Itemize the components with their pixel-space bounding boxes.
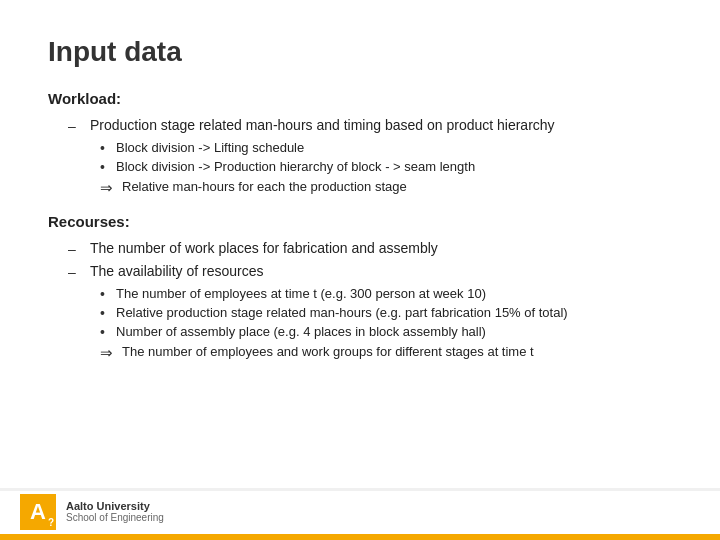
aalto-logo: A ? Aalto University School of Engineeri… [20, 494, 164, 530]
bullet-icon-r2: • [100, 305, 116, 321]
recourses-bullet-2: • Relative production stage related man-… [100, 305, 672, 321]
footer: A ? Aalto University School of Engineeri… [0, 488, 720, 540]
dash-icon-r1: – [68, 240, 90, 257]
aalto-text: Aalto University School of Engineering [66, 500, 164, 523]
arrow-icon-1: ⇒ [100, 179, 122, 197]
recourses-section: Recourses: – The number of work places f… [48, 213, 672, 362]
aalto-question-mark: ? [48, 517, 54, 528]
recourses-bullet-text-1: The number of employees at time t (e.g. … [116, 286, 486, 301]
aalto-university-name: Aalto University [66, 500, 164, 512]
logo-area: A ? Aalto University School of Engineeri… [0, 494, 164, 538]
bullet-icon-1: • [100, 140, 116, 156]
workload-dash-item: – Production stage related man-hours and… [68, 117, 672, 134]
footer-orange-bar [0, 534, 720, 540]
workload-bullet-2: • Block division -> Production hierarchy… [100, 159, 672, 175]
workload-label: Workload: [48, 90, 672, 107]
recourses-label: Recourses: [48, 213, 672, 230]
workload-arrow-item: ⇒ Relative man-hours for each the produc… [100, 179, 672, 197]
recourses-arrow-item: ⇒ The number of employees and work group… [100, 344, 672, 362]
recourses-dash-2: – The availability of resources [68, 263, 672, 280]
dash-icon-r2: – [68, 263, 90, 280]
recourses-dash-text-2: The availability of resources [90, 263, 264, 279]
workload-dash-text: Production stage related man-hours and t… [90, 117, 555, 133]
workload-bullet-1: • Block division -> Lifting schedule [100, 140, 672, 156]
recourses-bullet-text-3: Number of assembly place (e.g. 4 places … [116, 324, 486, 339]
bullet-icon-r3: • [100, 324, 116, 340]
recourses-bullet-text-2: Relative production stage related man-ho… [116, 305, 568, 320]
workload-bullet-text-1: Block division -> Lifting schedule [116, 140, 304, 155]
workload-bullets: • Block division -> Lifting schedule • B… [100, 140, 672, 175]
workload-bullet-text-2: Block division -> Production hierarchy o… [116, 159, 475, 174]
bullet-icon-r1: • [100, 286, 116, 302]
recourses-bullet-1: • The number of employees at time t (e.g… [100, 286, 672, 302]
slide: Input data Workload: – Production stage … [0, 0, 720, 540]
arrow-icon-2: ⇒ [100, 344, 122, 362]
recourses-dash-1: – The number of work places for fabricat… [68, 240, 672, 257]
recourses-dash-text-1: The number of work places for fabricatio… [90, 240, 438, 256]
dash-icon: – [68, 117, 90, 134]
workload-arrow-text: Relative man-hours for each the producti… [122, 179, 407, 194]
recourses-arrow-text: The number of employees and work groups … [122, 344, 534, 359]
bullet-icon-2: • [100, 159, 116, 175]
aalto-logo-box: A ? [20, 494, 56, 530]
recourses-bullets: • The number of employees at time t (e.g… [100, 286, 672, 340]
aalto-school-name: School of Engineering [66, 512, 164, 523]
workload-section: Workload: – Production stage related man… [48, 90, 672, 197]
recourses-bullet-3: • Number of assembly place (e.g. 4 place… [100, 324, 672, 340]
page-title: Input data [48, 36, 672, 68]
aalto-a-letter: A [30, 499, 46, 525]
